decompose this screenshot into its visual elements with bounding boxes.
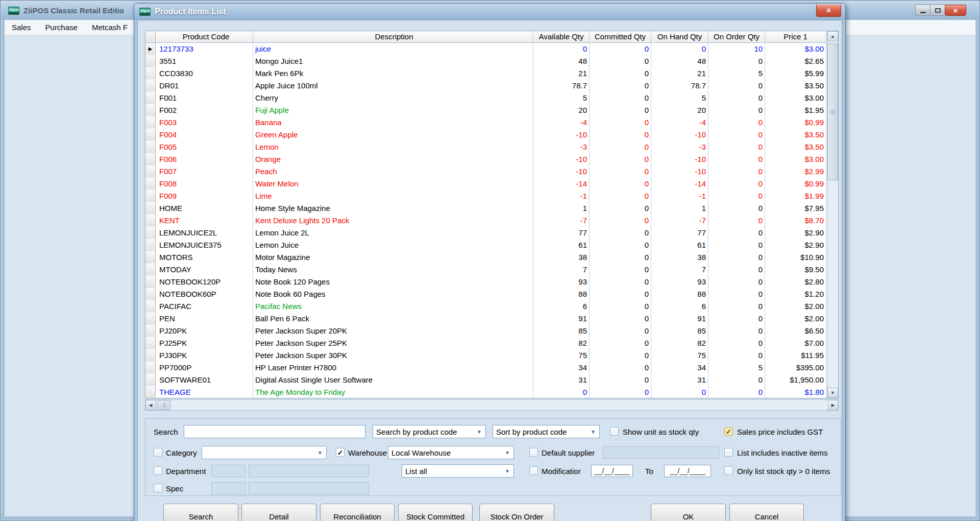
search-by-dropdown[interactable]: Search by product code ▼ [373, 425, 486, 438]
default-supplier-input[interactable] [603, 446, 719, 459]
vertical-scrollbar[interactable]: ▲ ▼ [827, 31, 838, 398]
row-selector[interactable] [145, 362, 156, 374]
header-on-hand-qty[interactable]: On Hand Qty [651, 31, 708, 42]
row-selector[interactable]: ▶ [145, 43, 156, 55]
default-supplier-label[interactable]: Default supplier [542, 448, 595, 457]
department-name-input[interactable] [249, 465, 369, 477]
row-selector[interactable] [145, 141, 156, 153]
row-selector[interactable] [145, 202, 156, 215]
department-code-input[interactable] [211, 465, 246, 477]
row-selector[interactable] [145, 178, 156, 190]
search-input[interactable] [184, 425, 365, 438]
detail-button[interactable]: Detail [241, 504, 316, 521]
scroll-right-button[interactable]: ▶ [828, 400, 838, 410]
category-dropdown[interactable]: ▼ [202, 446, 327, 459]
scroll-down-button[interactable]: ▼ [827, 388, 838, 398]
date-to-input[interactable]: __/__/____ [664, 465, 711, 477]
vertical-scroll-thumb[interactable] [827, 43, 838, 180]
row-selector[interactable] [145, 264, 156, 276]
category-checkbox[interactable] [154, 448, 162, 457]
row-selector[interactable] [145, 374, 156, 386]
table-row[interactable]: F001 Cherry 5 0 5 0 $3.00 [145, 92, 828, 104]
department-checkbox[interactable] [154, 466, 162, 475]
row-selector[interactable] [145, 239, 156, 251]
spec-code-input[interactable] [211, 482, 246, 494]
table-row[interactable]: F006 Orange -10 0 -10 0 $3.00 [145, 153, 828, 165]
menu-sales[interactable]: Sales [12, 23, 31, 32]
row-selector[interactable] [145, 251, 156, 264]
search-button[interactable]: Search [163, 504, 238, 521]
maximize-button[interactable] [930, 5, 945, 16]
category-label[interactable]: Category [166, 448, 197, 457]
row-selector[interactable] [145, 190, 156, 202]
header-price-1[interactable]: Price 1 [765, 31, 826, 42]
row-selector[interactable] [145, 300, 156, 313]
table-row[interactable]: PP7000P HP Laser Printer H7800 34 0 34 5… [145, 362, 828, 374]
table-row[interactable]: PJ25PK Peter Jackson Super 25PK 82 0 82 … [145, 337, 828, 349]
row-selector[interactable] [145, 92, 156, 104]
table-row[interactable]: KENT Kent Deluxe Lights 20 Pack -7 0 -7 … [145, 215, 828, 227]
menu-metcash[interactable]: Metcash F [92, 23, 128, 32]
row-selector[interactable] [145, 129, 156, 141]
menu-purchase[interactable]: Purchase [45, 23, 78, 32]
table-row[interactable]: ▶ 12173733 juice 0 0 0 10 $3.00 [145, 43, 828, 55]
table-row[interactable]: MOTORS Motor Magazine 38 0 38 0 $10.90 [145, 251, 828, 264]
inactive-items-label[interactable]: List includes inactive items [737, 448, 828, 457]
row-selector[interactable] [145, 67, 156, 80]
gst-checkbox[interactable]: ✓ [724, 427, 733, 436]
row-selector[interactable] [145, 165, 156, 178]
table-row[interactable]: SOFTWARE01 Digital Assist Single User So… [145, 374, 828, 386]
table-row[interactable]: DR01 Apple Juice 100ml 78.7 0 78.7 0 $3.… [145, 80, 828, 92]
spec-checkbox[interactable] [154, 484, 162, 492]
close-button[interactable]: × [945, 5, 966, 16]
sort-by-dropdown[interactable]: Sort by product code ▼ [493, 425, 600, 438]
table-row[interactable]: LEMONJUICE2L Lemon Juice 2L 77 0 77 0 $2… [145, 227, 828, 239]
table-row[interactable]: MTODAY Today News 7 0 7 0 $9.50 [145, 264, 828, 276]
only-stock-checkbox[interactable] [724, 466, 733, 475]
table-row[interactable]: THEAGE The Age Monday to Friday 0 0 0 0 … [145, 386, 828, 398]
header-product-code[interactable]: Product Code [156, 31, 253, 42]
table-row[interactable]: F003 Banana -4 0 -4 0 $0.99 [145, 116, 828, 129]
reconciliation-button[interactable]: Reconciliation [320, 504, 395, 521]
table-row[interactable]: F007 Peach -10 0 -10 0 $2.99 [145, 165, 828, 178]
cancel-button[interactable]: Cancel [729, 504, 804, 521]
table-row[interactable]: F008 Water Melon -14 0 -14 0 $0.99 [145, 178, 828, 190]
modification-label[interactable]: Modificatior [542, 467, 581, 476]
row-selector[interactable] [145, 116, 156, 129]
show-unit-label[interactable]: Show unit as stock qty [623, 428, 699, 436]
scroll-left-button[interactable]: ◀ [145, 400, 156, 410]
row-selector[interactable] [145, 288, 156, 300]
table-row[interactable]: LEMONJUICE375 Lemon Juice 61 0 61 0 $2.9… [145, 239, 828, 251]
row-selector[interactable] [145, 325, 156, 337]
only-stock-label[interactable]: Only list stock qty > 0 items [737, 467, 830, 476]
gst-label[interactable]: Sales price includes GST [737, 428, 823, 436]
row-selector[interactable] [145, 386, 156, 398]
row-selector[interactable] [145, 215, 156, 227]
table-row[interactable]: PACIFAC Pacifac News 6 0 6 0 $2.00 [145, 300, 828, 313]
date-from-input[interactable]: __/__/____ [591, 465, 633, 477]
dialog-close-button[interactable]: × [816, 5, 841, 17]
spec-label[interactable]: Spec [166, 484, 183, 493]
minimize-button[interactable] [915, 5, 930, 16]
row-selector[interactable] [145, 349, 156, 362]
table-row[interactable]: CCD3830 Mark Pen 6Pk 21 0 21 5 $5.99 [145, 67, 828, 80]
header-description[interactable]: Description [253, 31, 533, 42]
row-selector[interactable] [145, 313, 156, 325]
row-selector[interactable] [145, 337, 156, 349]
warehouse-dropdown[interactable]: Local Warehouse ▼ [388, 446, 514, 459]
table-row[interactable]: F002 Fuji Apple 20 0 20 0 $1.95 [145, 104, 828, 116]
header-available-qty[interactable]: Available Qty [533, 31, 590, 42]
scroll-up-button[interactable]: ▲ [827, 31, 838, 41]
table-row[interactable]: F004 Green Apple -10 0 -10 0 $3.50 [145, 129, 828, 141]
stock-committed-button[interactable]: Stock Committed [398, 504, 473, 521]
table-row[interactable]: F009 Lime -1 0 -1 0 $1.99 [145, 190, 828, 202]
table-row[interactable]: PJ20PK Peter Jackson Super 20PK 85 0 85 … [145, 325, 828, 337]
header-committed-qty[interactable]: Committed Qty [590, 31, 651, 42]
show-unit-checkbox[interactable] [610, 427, 619, 436]
modification-checkbox[interactable] [529, 466, 538, 475]
table-row[interactable]: NOTEBOOK60P Note Book 60 Pages 88 0 88 0… [145, 288, 828, 300]
table-row[interactable]: 3551 Mongo Juice1 48 0 48 0 $2.65 [145, 55, 828, 67]
spec-name-input[interactable] [249, 482, 369, 494]
row-selector[interactable] [145, 104, 156, 116]
table-row[interactable]: PEN Ball Pen 6 Pack 91 0 91 0 $2.00 [145, 313, 828, 325]
